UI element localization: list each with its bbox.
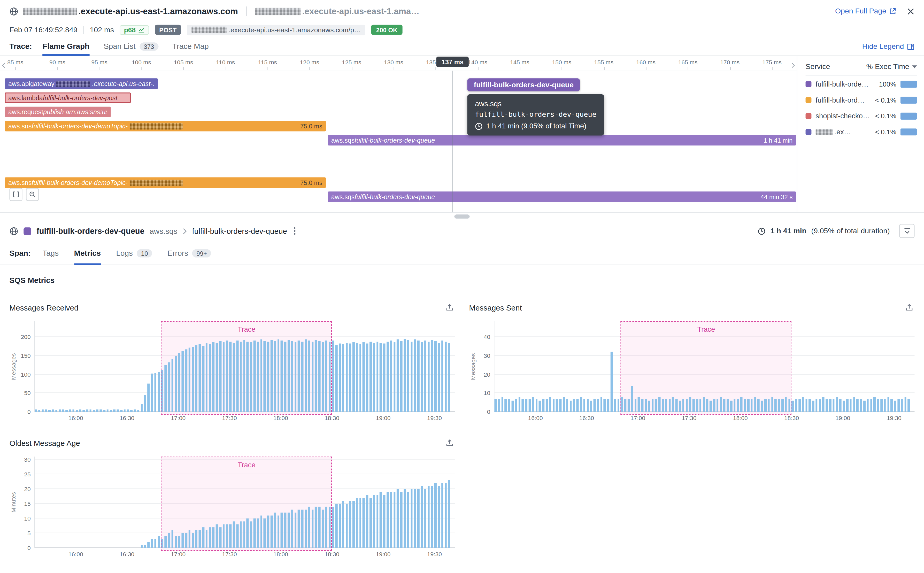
flame-span-bar[interactable]: aws.sns fulfill-bulk-orders-dev-demoTopi…: [5, 177, 326, 188]
span-bar-duration: 75.0 ms: [296, 179, 322, 186]
x-tick-label: 16:00: [69, 551, 83, 557]
tab-flame-graph[interactable]: Flame Graph: [42, 37, 89, 56]
chart-bar: [611, 352, 612, 412]
x-tick-label: 18:30: [784, 415, 799, 421]
chart-bar: [263, 518, 266, 548]
chart-bar: [202, 527, 204, 548]
span-bar-label: fulfill-bulk-orders-dev-demoTopic-: [32, 179, 128, 186]
chart-bar: [359, 498, 361, 548]
flame-span-bar[interactable]: aws.sqs fulfill-bulk-orders-dev-queue44 …: [327, 191, 796, 202]
hide-legend-label: Hide Legend: [862, 42, 904, 51]
chart-bar: [863, 401, 865, 412]
chart-bar: [137, 410, 139, 412]
top-bar-actions: Open Full Page: [835, 7, 915, 15]
service-color-swatch: [23, 227, 31, 235]
chart-bar: [291, 341, 293, 412]
redacted-text: [56, 80, 90, 87]
close-icon[interactable]: [907, 8, 915, 15]
flame-span-bar[interactable]: aws.apigateway .execute-api.us-east-…: [5, 78, 158, 89]
chart-bar: [359, 344, 361, 412]
hide-legend-icon: [907, 42, 915, 50]
open-full-page-link[interactable]: Open Full Page: [835, 7, 896, 15]
tab-logs[interactable]: Logs 10: [116, 241, 152, 265]
chart-bar: [352, 342, 354, 412]
chart-bar: [683, 399, 684, 412]
chart-bar: [761, 401, 763, 412]
hide-legend-link[interactable]: Hide Legend: [862, 42, 915, 51]
chart-bar: [655, 399, 657, 412]
sort-caret-icon: [912, 65, 917, 68]
chart-bar: [672, 397, 674, 412]
flame-span-bar[interactable]: aws.request publish arn:aws:sns:us-ea…: [5, 107, 111, 117]
chart-bar: [686, 399, 688, 412]
tab-tags[interactable]: Tags: [42, 241, 59, 265]
chart-bar: [713, 399, 715, 412]
x-tick-label: 18:00: [273, 551, 288, 557]
span-bar-duration: 75.0 ms: [296, 122, 322, 130]
chart-bar: [370, 498, 371, 548]
chart-bar: [730, 401, 732, 412]
chart-bar: [212, 527, 215, 548]
chart-bar: [614, 399, 616, 412]
chart-bar: [709, 401, 712, 412]
chart-bar: [867, 399, 869, 412]
legend-rows: fulfill-bulk-orde…100%fulfill-bulk-ord…<…: [806, 76, 917, 139]
chart-bar: [168, 362, 170, 412]
flame-span-bar[interactable]: aws.lambda fulfill-bulk-orders-dev-post: [5, 92, 131, 103]
chart-bar: [305, 510, 307, 548]
zoom-out-button[interactable]: [26, 188, 39, 201]
export-chart-button[interactable]: [445, 438, 455, 448]
flame-span-bar[interactable]: aws.sqs fulfill-bulk-orders-dev-queue1 h…: [327, 135, 796, 146]
chart-bar: [141, 545, 143, 548]
request-url[interactable]: .execute-api.us-east-1.amazonaws.com/p…: [187, 25, 366, 35]
y-tick-label: 5: [27, 530, 31, 536]
external-link-icon: [889, 8, 896, 15]
export-chart-button[interactable]: [445, 302, 455, 313]
chart-bar: [498, 399, 500, 412]
chart-bar: [843, 401, 845, 412]
flame-span-bar[interactable]: aws.sns fulfill-bulk-orders-dev-demoTopi…: [5, 121, 326, 132]
tab-metrics[interactable]: Metrics: [74, 241, 101, 265]
chart-bar: [250, 342, 252, 412]
chart-bar: [829, 399, 831, 412]
chart-bar: [600, 397, 602, 412]
tab-trace-map[interactable]: Trace Map: [172, 37, 209, 56]
chart-bar: [117, 409, 119, 412]
chart-bar: [839, 399, 842, 412]
chart-bar: [93, 410, 95, 412]
chart-bar: [853, 397, 855, 412]
span-duration-percent: (9.05% of total duration): [811, 227, 890, 235]
flame-zoom-controls: [9, 188, 39, 201]
tab-errors[interactable]: Errors 99+: [168, 241, 211, 265]
legend-row[interactable]: fulfill-bulk-orde…100%: [806, 76, 917, 92]
fit-to-view-button[interactable]: [9, 188, 22, 201]
splitter-drag-handle[interactable]: [454, 214, 470, 219]
y-tick-label: 0: [487, 409, 490, 415]
y-tick-label: 100: [21, 371, 31, 378]
top-bar: .execute-api.us-east-1.amazonaws.com .ex…: [0, 0, 924, 22]
exec-time-label: % Exec Time: [866, 63, 909, 71]
legend-row[interactable]: shopist-checko…< 0.1%: [806, 108, 917, 124]
chart-bar: [628, 399, 630, 412]
chart-bar: [96, 409, 98, 412]
chart-bar: [700, 399, 702, 412]
export-chart-button[interactable]: [904, 302, 915, 313]
chart-bar: [284, 512, 286, 548]
legend-row[interactable]: .ex…< 0.1%: [806, 124, 917, 140]
chart-bar: [373, 495, 375, 548]
secondary-host-suffix: .execute-api.us-east-1.ama…: [302, 6, 420, 16]
chart-bar: [158, 372, 160, 412]
errors-count-badge: 99+: [192, 249, 211, 257]
chart-bar: [151, 539, 153, 548]
chart-bar: [267, 342, 269, 412]
chart-bar: [445, 483, 447, 548]
legend-exec-time-sort[interactable]: % Exec Time: [866, 63, 917, 71]
kebab-menu-icon[interactable]: [292, 227, 297, 235]
tab-span-list[interactable]: Span List 373: [103, 37, 158, 56]
latency-percentile-badge[interactable]: p68: [120, 25, 149, 34]
chart-bar: [376, 341, 379, 412]
chart-bar: [414, 489, 416, 548]
collapse-panel-button[interactable]: [899, 224, 915, 238]
legend-row[interactable]: fulfill-bulk-ord…< 0.1%: [806, 92, 917, 108]
chart-bar: [400, 492, 402, 548]
